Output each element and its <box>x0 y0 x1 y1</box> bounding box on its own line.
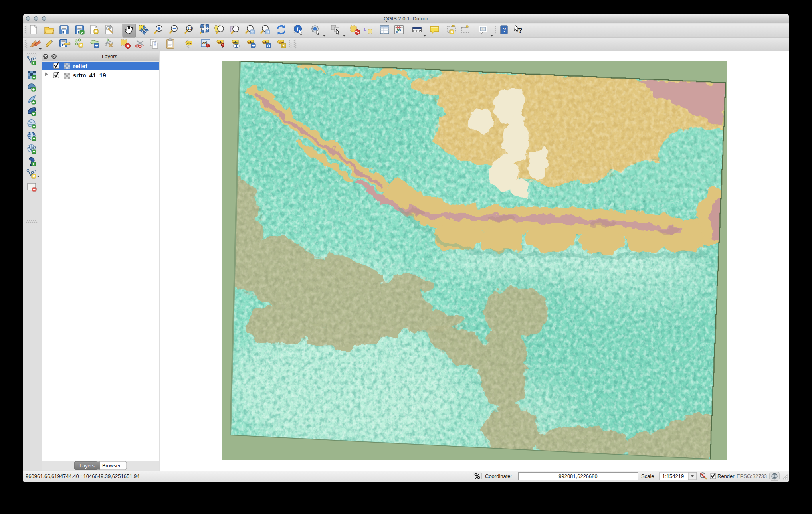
svg-text:1:1: 1:1 <box>187 26 192 30</box>
svg-text:srtm_41_19: srtm_41_19 <box>73 72 106 79</box>
svg-text:?: ? <box>518 27 522 34</box>
svg-text:?: ? <box>503 26 506 33</box>
svg-text:T: T <box>482 27 484 31</box>
svg-text:ab: ab <box>202 41 207 45</box>
svg-text:Layers: Layers <box>79 463 95 469</box>
svg-text:ε: ε <box>364 25 366 32</box>
svg-text:relief: relief <box>73 63 88 69</box>
svg-text:1:154219: 1:154219 <box>662 473 684 479</box>
svg-text:ab: ab <box>218 40 222 44</box>
svg-text:i: i <box>297 26 299 32</box>
svg-text:Browser: Browser <box>102 463 121 469</box>
